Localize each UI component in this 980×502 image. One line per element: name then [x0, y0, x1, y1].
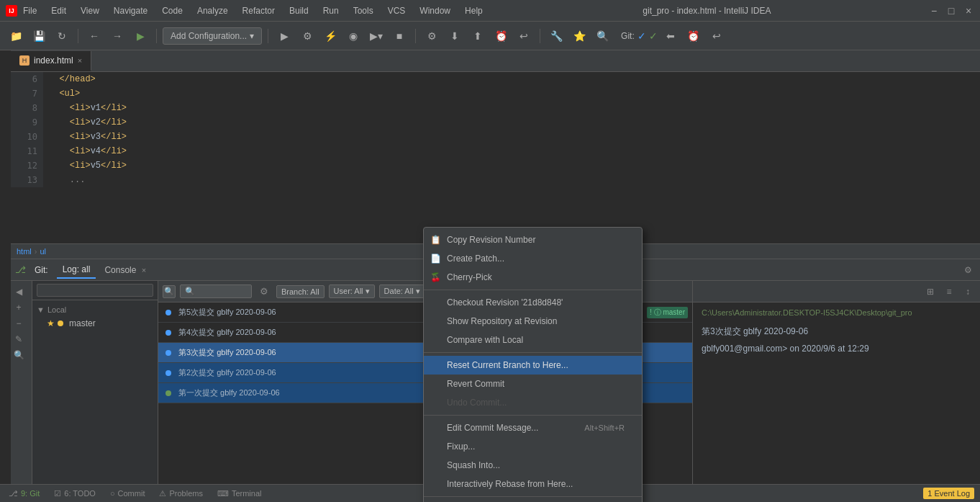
- left-toggle-panel: ◀ + − ✎ 🔍: [11, 281, 32, 484]
- profile-button[interactable]: ⚡: [320, 26, 340, 46]
- details-list-button[interactable]: ≡: [941, 284, 957, 300]
- minimize-button[interactable]: −: [928, 5, 940, 17]
- menu-fixup[interactable]: Fixup...: [424, 437, 642, 456]
- coverage-button[interactable]: ◉: [343, 26, 363, 46]
- cherry-pick-label: Cherry-Pick: [447, 272, 492, 282]
- git-status-item[interactable]: ⎇ 9: Git: [6, 488, 42, 500]
- git-details-content: C:\Users\Administrator.DESKTOP-I5SJ4CK\D…: [693, 302, 980, 484]
- menu-squash[interactable]: Squash Into...: [424, 456, 642, 475]
- separator-5: [540, 29, 540, 43]
- wrench-button[interactable]: 🔧: [546, 26, 566, 46]
- settings-button[interactable]: ⚙: [960, 262, 976, 278]
- delete-branch-button[interactable]: −: [11, 315, 27, 331]
- console-label: Console: [104, 265, 136, 275]
- new-file-button[interactable]: 📁: [6, 26, 26, 46]
- todo-status-item[interactable]: ☑ 6: TODO: [51, 488, 99, 500]
- git-clock-button[interactable]: ⏰: [684, 26, 704, 46]
- git-pull-button[interactable]: ⬅: [661, 26, 681, 46]
- menu-refactor[interactable]: Refactor: [240, 4, 278, 17]
- menu-undo-commit[interactable]: Undo Commit...: [424, 393, 642, 412]
- repo-path: C:\Users\Administrator.DESKTOP-I5SJ4CK\D…: [702, 308, 971, 317]
- menu-tools[interactable]: Tools: [350, 4, 376, 17]
- search-commits-button[interactable]: 🔍: [163, 285, 176, 298]
- build-button[interactable]: ▶: [274, 26, 294, 46]
- back-button[interactable]: ←: [84, 26, 104, 46]
- menu-bar[interactable]: File Edit View Navigate Code Analyze Ref…: [20, 4, 486, 17]
- git-tab-log[interactable]: Git:: [29, 262, 54, 278]
- menu-cherry-pick[interactable]: 🍒 Cherry-Pick: [424, 268, 642, 287]
- user-filter[interactable]: User: All ▾: [329, 284, 375, 298]
- tab-console[interactable]: Console ×: [99, 262, 152, 278]
- close-button[interactable]: ×: [963, 5, 974, 17]
- search-everywhere-button[interactable]: 🔍: [592, 26, 612, 46]
- edit-branch-button[interactable]: ✎: [11, 331, 27, 347]
- details-sort-button[interactable]: ↕: [960, 284, 976, 300]
- history-button[interactable]: ⏰: [491, 26, 511, 46]
- sync-button[interactable]: ↻: [52, 26, 72, 46]
- panel-settings: ⚙: [960, 262, 976, 278]
- date-filter[interactable]: Date: All ▾: [379, 284, 425, 298]
- window-controls[interactable]: − □ ×: [928, 5, 974, 17]
- menu-code[interactable]: Code: [159, 4, 186, 17]
- details-expand-button[interactable]: ⊞: [922, 284, 938, 300]
- add-branch-button[interactable]: +: [11, 300, 27, 315]
- more-run-button[interactable]: ▶▾: [366, 26, 386, 46]
- debug-button[interactable]: ⚙: [297, 26, 317, 46]
- branch-item-master[interactable]: ★ master: [32, 316, 158, 331]
- search-branch-button[interactable]: 🔍: [11, 347, 27, 363]
- menu-view[interactable]: View: [78, 4, 102, 17]
- menu-compare-local[interactable]: Compare with Local: [424, 331, 642, 349]
- menu-navigate[interactable]: Navigate: [111, 4, 150, 17]
- menu-edit[interactable]: Edit: [48, 4, 69, 17]
- console-close-icon[interactable]: ×: [142, 266, 146, 274]
- local-group[interactable]: ▼ Local: [32, 303, 158, 316]
- update-button[interactable]: ⬇: [445, 26, 465, 46]
- commit-btn[interactable]: ⚙: [422, 26, 442, 46]
- menu-reset-branch[interactable]: Reset Current Branch to Here...: [424, 356, 642, 375]
- add-configuration-button[interactable]: Add Configuration... ▾: [163, 27, 262, 45]
- tab-log-all[interactable]: Log: all: [57, 261, 96, 279]
- breadcrumb-ul[interactable]: ul: [40, 247, 46, 256]
- menu-file[interactable]: File: [20, 4, 40, 17]
- event-log-item[interactable]: 1 Event Log: [923, 488, 974, 499]
- menu-run[interactable]: Run: [320, 4, 342, 17]
- tab-index-html[interactable]: H index.html ×: [11, 51, 91, 71]
- commit-status-item[interactable]: ○ Commit: [107, 488, 148, 499]
- collapse-button[interactable]: ◀: [11, 284, 27, 300]
- breadcrumb-html[interactable]: html: [17, 247, 32, 256]
- search-input-box[interactable]: 🔍: [180, 284, 252, 298]
- branch-search-input[interactable]: [37, 284, 153, 297]
- dot-3: [165, 350, 171, 356]
- run-button[interactable]: ▶: [130, 26, 150, 46]
- tab-bar: H index.html ×: [11, 50, 980, 72]
- menu-analyze[interactable]: Analyze: [194, 4, 231, 17]
- push-button[interactable]: ⬆: [468, 26, 488, 46]
- menu-build[interactable]: Build: [286, 4, 312, 17]
- branch-filter[interactable]: Branch: All: [276, 285, 325, 298]
- editor-content[interactable]: </head> <ul> <li>v1</li> <li>v2</li> <li…: [43, 72, 980, 187]
- menu-interactive-rebase[interactable]: Interactively Rebase from Here...: [424, 475, 642, 493]
- branch-search[interactable]: [32, 281, 158, 300]
- stop-button[interactable]: ■: [389, 26, 409, 46]
- filter-settings-button[interactable]: ⚙: [256, 284, 272, 300]
- menu-vcs[interactable]: VCS: [385, 4, 409, 17]
- forward-button[interactable]: →: [107, 26, 127, 46]
- terminal-status-item[interactable]: ⌨ Terminal: [214, 488, 265, 500]
- git-undo-button[interactable]: ↩: [707, 26, 727, 46]
- menu-checkout-revision[interactable]: Checkout Revision '21d8d848': [424, 293, 642, 312]
- menu-revert-commit[interactable]: Revert Commit: [424, 375, 642, 393]
- menu-show-repository[interactable]: Show Repository at Revision: [424, 312, 642, 331]
- save-button[interactable]: 💾: [29, 26, 49, 46]
- menu-copy-revision[interactable]: 📋 Copy Revision Number: [424, 230, 642, 249]
- menu-edit-commit-message[interactable]: Edit Commit Message... Alt+Shift+R: [424, 418, 642, 437]
- problems-status-item[interactable]: ⚠ Problems: [156, 488, 205, 500]
- menu-help[interactable]: Help: [462, 4, 486, 17]
- menu-create-patch[interactable]: 📄 Create Patch...: [424, 249, 642, 268]
- tab-close-button[interactable]: ×: [78, 56, 82, 65]
- bookmark-button[interactable]: ⭐: [569, 26, 589, 46]
- separator-2: [424, 352, 642, 353]
- menu-window[interactable]: Window: [417, 4, 453, 17]
- rollback-button[interactable]: ↩: [514, 26, 534, 46]
- maximize-button[interactable]: □: [945, 5, 957, 17]
- config-dropdown-icon: ▾: [250, 31, 254, 41]
